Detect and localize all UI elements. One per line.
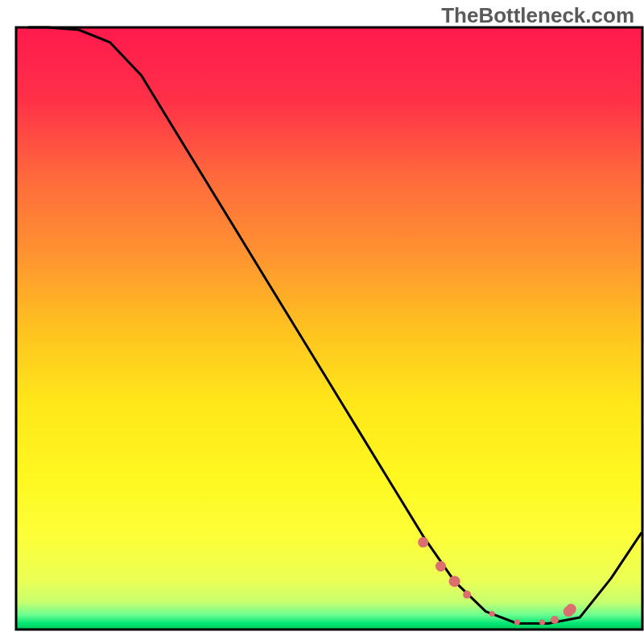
bottleneck-chart: TheBottleneck.com [0,0,644,644]
curve-marker [551,616,559,624]
curve-marker [449,576,460,587]
curve-marker [514,620,520,625]
watermark-label: TheBottleneck.com [441,3,634,28]
curve-marker [539,620,545,625]
curve-marker [489,611,495,617]
curve-marker [418,537,428,547]
curve-marker [436,561,446,572]
curve-marker [463,591,471,599]
chart-svg [0,0,644,644]
gradient-background [16,27,642,630]
curve-marker [566,604,576,614]
